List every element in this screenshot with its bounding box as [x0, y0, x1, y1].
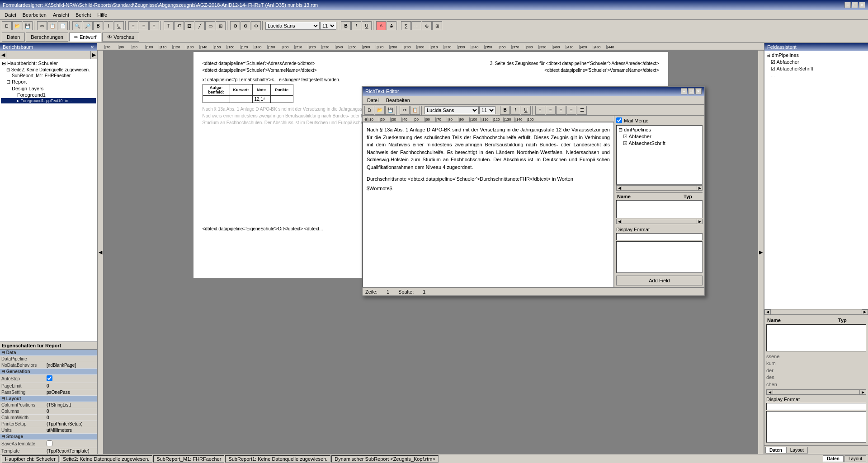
dlg-hscroll-left[interactable]: ◀: [617, 186, 622, 190]
tab-daten[interactable]: Daten: [2, 33, 25, 42]
dlg-sidebar-hscroll[interactable]: ◀ ▶: [616, 185, 703, 191]
tb-color1[interactable]: A: [376, 21, 386, 30]
field-tree-abfaecherschrift[interactable]: ☑ AbfaecherSchrift: [765, 65, 867, 72]
menu-hilfe[interactable]: Hilfe: [94, 11, 110, 19]
tab-entwurf[interactable]: ✏ Entwurf: [69, 33, 101, 42]
tree-foreground-item[interactable]: ▸ Foreground1: ppText10- in...: [1, 98, 96, 103]
mail-merge-checkbox[interactable]: [616, 117, 622, 123]
tb-align-right[interactable]: ≡: [149, 21, 159, 30]
maximize-button[interactable]: □: [852, 2, 858, 8]
right-hscroll-left[interactable]: ◀: [767, 390, 773, 394]
dlg-hscroll-right[interactable]: ▶: [697, 186, 702, 190]
tb-color2[interactable]: A̲: [387, 21, 396, 30]
tb-italic[interactable]: I: [104, 21, 113, 30]
display-format-input[interactable]: [766, 403, 866, 410]
font-size-select[interactable]: 11: [320, 22, 336, 30]
dialog-menu-bearbeiten[interactable]: Bearbeiten: [383, 97, 413, 104]
dlg-tree-dmpipelines[interactable]: ⊟ dmPipelines: [618, 126, 701, 133]
tree-foreground1[interactable]: Foreground1: [1, 92, 96, 98]
autostop-check[interactable]: [47, 375, 52, 381]
status-tab-layout[interactable]: Layout: [844, 455, 866, 462]
tb-zoom-out[interactable]: 🔎: [83, 21, 93, 30]
field-tree-more[interactable]: ...: [765, 72, 867, 79]
tb-line[interactable]: ╱: [195, 21, 205, 30]
tb-table[interactable]: ⊞: [216, 21, 226, 30]
dlg-font-select[interactable]: Lucida Sans: [425, 106, 479, 114]
dlg-align-justify[interactable]: ≡: [566, 106, 576, 115]
dlg-align-right[interactable]: ≡: [556, 106, 566, 115]
tb-align-left[interactable]: ≡: [128, 21, 138, 30]
tb-underline[interactable]: U: [114, 21, 124, 30]
tb-cut[interactable]: ✂: [37, 21, 47, 30]
tab-vorschau[interactable]: 👁 Vorschau: [102, 33, 139, 42]
dlg-tb-open[interactable]: 📂: [375, 106, 385, 115]
menu-ansicht[interactable]: Ansicht: [50, 11, 72, 19]
dlg-tb-new[interactable]: 🗋: [364, 106, 374, 115]
tb-bold2[interactable]: B: [341, 21, 351, 30]
dlg-tb-cut[interactable]: ✂: [400, 106, 410, 115]
tb-bold[interactable]: B: [93, 21, 103, 30]
dlg-tree-abfaecherschrift[interactable]: ☑ AbfaecherSchrift: [618, 140, 701, 147]
font-select[interactable]: Lucida Sans: [265, 22, 320, 30]
dialog-minimize[interactable]: −: [681, 88, 687, 94]
tb-save[interactable]: 💾: [23, 21, 33, 30]
berichtsbaum-close[interactable]: ✕: [90, 45, 94, 50]
tb-rect[interactable]: ▭: [205, 21, 215, 30]
dlg-underline[interactable]: U: [521, 106, 531, 115]
tree-seite2[interactable]: ⊟ Seite2: Keine Datenquelle zugewiesen.: [1, 67, 96, 73]
dlg-bold[interactable]: B: [500, 106, 510, 115]
canvas-nav-right[interactable]: ▶: [758, 50, 764, 454]
right-tab-layout[interactable]: Layout: [786, 447, 808, 454]
status-tab-daten[interactable]: Daten: [823, 455, 844, 462]
menu-bericht[interactable]: Bericht: [73, 11, 94, 19]
hscroll-left[interactable]: ◀: [764, 309, 771, 315]
tree-hauptbericht[interactable]: ⊟ Hauptbericht: Schueler: [1, 60, 96, 67]
tb-zoom-in[interactable]: 🔍: [72, 21, 82, 30]
tb-text[interactable]: T: [164, 21, 174, 30]
canvas-nav-left[interactable]: ◀: [97, 50, 104, 454]
tb-open[interactable]: 📂: [12, 21, 22, 30]
dialog-editor[interactable]: Nach § 13a Abs. 1 Anlage D APO-BK sind m…: [363, 122, 614, 287]
dlg-display-format-textarea[interactable]: [616, 241, 703, 273]
tree-subreport-m1[interactable]: SubReport_M1: FHRFaecher: [1, 73, 96, 79]
tb-grid[interactable]: ⊞: [432, 21, 442, 30]
tb-extra6[interactable]: ⊕: [422, 21, 432, 30]
dlg-name-type-hscroll[interactable]: ◀ ▶: [616, 219, 703, 224]
dlg-nt-hscroll-left[interactable]: ◀: [617, 219, 622, 224]
tree-nav-right[interactable]: ▶: [90, 51, 97, 59]
field-tree-dmpipelines[interactable]: ⊟ dmPipelines: [765, 52, 867, 59]
right-hscroll-right[interactable]: ▶: [859, 390, 866, 394]
display-format-textarea[interactable]: [766, 411, 866, 443]
dlg-tree-abfaecher[interactable]: ☑ Abfaecher: [618, 133, 701, 140]
tb-dbtext[interactable]: dT: [174, 21, 184, 30]
dlg-font-size[interactable]: 11: [479, 106, 495, 114]
close-button[interactable]: ✕: [859, 2, 865, 8]
minimize-button[interactable]: −: [844, 2, 851, 8]
tb-new[interactable]: 🗋: [2, 21, 12, 30]
dialog-menu-datei[interactable]: Datei: [364, 97, 382, 104]
tb-paste[interactable]: 📄: [58, 21, 68, 30]
dlg-display-format-input[interactable]: [616, 233, 703, 240]
saveastemplate-check[interactable]: [47, 440, 52, 446]
tb-italic2[interactable]: I: [351, 21, 361, 30]
right-panel-hscroll[interactable]: ◀ ▶: [766, 389, 866, 395]
tb-extra2[interactable]: ⚙: [241, 21, 250, 30]
tree-report[interactable]: ⊟ Report: [1, 79, 96, 85]
field-tree-hscroll[interactable]: ◀ ▶: [764, 309, 868, 314]
menu-bearbeiten[interactable]: Bearbeiten: [20, 11, 49, 19]
tb-extra5[interactable]: ⋯: [411, 21, 421, 30]
tb-underline2[interactable]: U: [362, 21, 372, 30]
tree-nav-left[interactable]: ◀: [0, 51, 6, 59]
dlg-align-center[interactable]: ≡: [546, 106, 556, 115]
tree-design-layers[interactable]: Design Layers: [1, 85, 96, 92]
tb-extra1[interactable]: ⚙: [230, 21, 240, 30]
tb-extra3[interactable]: ⚙: [251, 21, 261, 30]
hscroll-right[interactable]: ▶: [862, 309, 868, 315]
dlg-tb-save[interactable]: 💾: [385, 106, 395, 115]
dialog-maximize[interactable]: □: [688, 88, 694, 94]
right-tab-daten[interactable]: Daten: [765, 447, 786, 454]
tb-extra4[interactable]: ∑: [401, 21, 411, 30]
add-field-button[interactable]: Add Field: [616, 276, 703, 285]
menu-datei[interactable]: Datei: [2, 11, 19, 19]
tab-berechnungen[interactable]: Berechnungen: [26, 33, 68, 42]
